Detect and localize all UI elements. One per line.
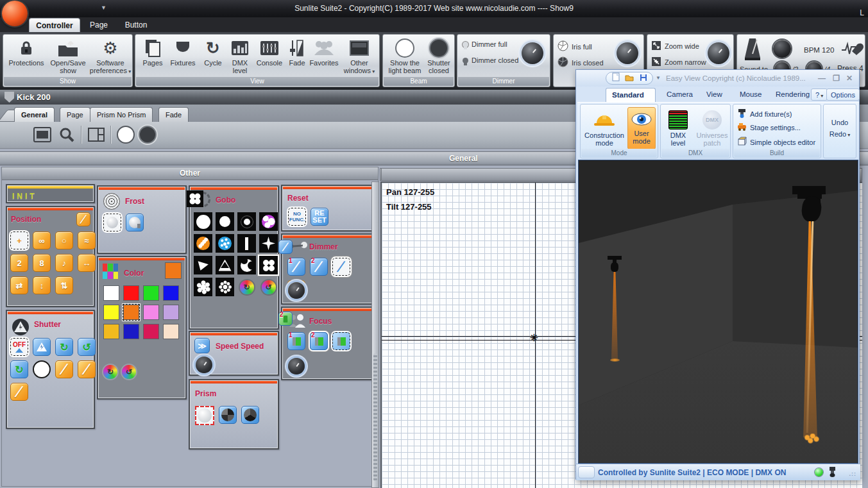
prism-off-button[interactable] (195, 406, 214, 425)
stage-settings-button[interactable]: Stage settings... (737, 122, 801, 132)
position-button-4[interactable]: 2 (10, 254, 28, 272)
shutter-cycle-button-1[interactable]: ↻ (55, 338, 73, 356)
shutter-off-button[interactable]: OFF (10, 338, 28, 356)
kick-tab-fade[interactable]: Fade (158, 107, 189, 122)
color-cycle-button-2[interactable]: ↺ (122, 365, 136, 379)
statusbar-pill[interactable] (578, 466, 595, 478)
init-group[interactable]: INIT (6, 184, 95, 203)
position-header-button[interactable]: ╱ (76, 212, 90, 226)
color-swatch-3[interactable] (163, 285, 179, 301)
console-button[interactable]: Console (253, 37, 285, 67)
zoom-knob[interactable] (708, 42, 729, 64)
position-button-5[interactable]: 8 (33, 254, 51, 272)
ev-tab-camera[interactable]: Camera (661, 88, 699, 102)
resize-grip[interactable]: .:: (849, 471, 857, 477)
layout-icon[interactable] (87, 127, 105, 145)
frost-button-2[interactable] (126, 214, 144, 231)
other-windows-button[interactable]: Other windows (341, 37, 378, 76)
color-swatch-5[interactable] (123, 305, 139, 320)
protections-button[interactable]: Protections (6, 37, 47, 67)
zoom-narrow-button[interactable]: Zoom narrow (651, 56, 706, 68)
color-swatch-1[interactable] (123, 285, 139, 301)
gobo-star[interactable] (259, 234, 278, 253)
color-swatch-4[interactable] (103, 305, 119, 320)
position-button-2[interactable]: ○ (55, 231, 73, 249)
dimmer-header-button[interactable]: ╱ (278, 240, 293, 254)
beam-closed-toolbar-button[interactable] (139, 126, 157, 144)
color-cycle-button-1[interactable]: ↻ (103, 365, 117, 379)
dimmer-closed-button[interactable]: Dimmer closed (463, 56, 518, 64)
init-title[interactable]: INIT (12, 192, 37, 201)
position-button-0[interactable]: + (10, 231, 28, 249)
prism-3facet-button-1[interactable] (219, 406, 237, 424)
shutter-open-button[interactable] (33, 360, 51, 378)
kick-tab-prism[interactable]: Prism No Prism (90, 107, 153, 122)
tab-page[interactable]: Page (84, 18, 114, 32)
shutter-beam-button-3[interactable]: ╱ (10, 383, 28, 401)
construction-mode-button[interactable]: Construction mode (584, 107, 625, 147)
gobo-open-medium[interactable] (216, 212, 234, 231)
focus-preset-3[interactable] (332, 332, 350, 350)
position-button-9[interactable]: ↕ (33, 276, 51, 294)
new-document-icon[interactable] (612, 72, 620, 84)
software-preferences-button[interactable]: ⚙ Software preferences (89, 37, 132, 76)
ev-tab-view[interactable]: View (701, 88, 728, 102)
dimmer-full-button[interactable]: Dimmer full (463, 40, 507, 48)
gobo-blue-speckle[interactable] (216, 234, 234, 253)
kick-tab-page[interactable]: Page (60, 107, 90, 122)
user-mode-button[interactable]: User mode (627, 107, 656, 149)
position-button-10[interactable]: ⇅ (55, 276, 73, 294)
easy-view-titlebar[interactable]: ▼ Easy View Copyright (c) Nicolaudie 198… (576, 70, 859, 87)
shutter-beam-button-2[interactable]: ╱ (78, 360, 96, 378)
ev-tab-mouse[interactable]: Mouse (734, 88, 768, 102)
universes-patch-button[interactable]: DMX Universes patch (695, 107, 729, 147)
zoom-wide-button[interactable]: Zoom wide (651, 40, 699, 52)
3d-viewport[interactable] (578, 160, 858, 464)
dimmer-knob[interactable] (522, 42, 543, 64)
color-swatch-0[interactable] (103, 285, 119, 301)
position-button-8[interactable]: ⇄ (10, 276, 28, 294)
gobo-dot-ring[interactable] (194, 278, 212, 296)
speed-knob[interactable] (196, 357, 212, 373)
ev-dmx-level-button[interactable]: DMX level (663, 107, 694, 147)
shutter-beam-button-1[interactable]: ╱ (55, 360, 73, 378)
shutter-cycle-button-2[interactable]: ↺ (78, 338, 96, 356)
focus-knob[interactable] (288, 358, 305, 374)
focus-preset-2[interactable]: 2 (310, 332, 328, 350)
crosshair-marker[interactable]: ✳ (530, 332, 538, 344)
color-swatch-8[interactable] (103, 324, 119, 339)
fade-button[interactable]: Fade (287, 37, 307, 67)
position-button-7[interactable]: ↔ (78, 254, 96, 272)
redo-button[interactable]: Redo (824, 130, 856, 138)
prism-3facet-button-2[interactable] (241, 406, 259, 424)
gobo-open-small[interactable] (237, 212, 256, 231)
quickbar-chevron-icon[interactable]: ▼ (656, 75, 661, 81)
reset-button[interactable]: RESET (311, 208, 328, 226)
search-icon[interactable] (59, 127, 74, 145)
undo-button[interactable]: Undo (824, 119, 856, 126)
iris-knob[interactable] (617, 42, 638, 64)
fixtures-button[interactable]: Fixtures (167, 37, 198, 67)
focus-header-button[interactable]: 2 (278, 312, 293, 326)
gobo-rotate-ccw-button[interactable]: ↺ (259, 278, 278, 296)
gobo-rotate-cw-button[interactable]: ↻ (237, 278, 256, 296)
gobo-cone[interactable] (194, 256, 212, 274)
pages-button[interactable]: Pages (138, 37, 167, 67)
ev-tab-standard[interactable]: Standard to (606, 88, 656, 102)
simple-objects-editor-button[interactable]: Simple objects editor (737, 137, 815, 147)
position-button-3[interactable]: ≈ (78, 231, 96, 249)
dimmer-preset-1[interactable]: 1╱ (287, 258, 305, 276)
frost-button-1[interactable] (103, 214, 121, 231)
gobo-open-large[interactable] (194, 212, 212, 231)
gobo-bar[interactable] (237, 234, 256, 253)
gobo-purple-pattern[interactable] (259, 212, 278, 231)
window-view-icon[interactable] (33, 127, 51, 145)
gobo-four-dots-selected[interactable] (259, 256, 278, 274)
app-logo[interactable] (2, 1, 28, 26)
gobo-curves[interactable] (237, 256, 256, 274)
dimmer-preset-selected[interactable]: ╱ (332, 258, 350, 276)
focus-preset-1[interactable]: 1 (287, 332, 305, 350)
ev-tab-rendering[interactable]: Rendering (770, 88, 815, 102)
color-swatch-10[interactable] (143, 324, 159, 339)
tab-controller[interactable]: Controller (29, 18, 80, 32)
